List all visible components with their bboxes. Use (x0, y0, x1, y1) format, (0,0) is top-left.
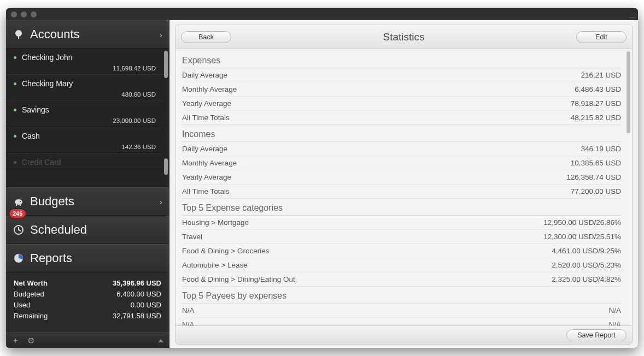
svg-rect-5 (20, 204, 21, 206)
clock-icon (13, 224, 25, 236)
stat-label: N/A (182, 320, 195, 325)
stat-row: Daily Average346.19 USD (182, 142, 621, 156)
add-icon[interactable]: ＋ (11, 335, 20, 346)
back-button-label: Back (198, 33, 214, 41)
stat-row: Food & Dining > Groceries4,461.00 USD/9.… (182, 244, 621, 258)
sidebar-bottombar: ＋ ⚙ (6, 333, 169, 348)
stat-value: 346.19 USD (581, 144, 621, 153)
scheduled-header-label: Scheduled (30, 223, 87, 237)
tray-up-icon[interactable] (158, 339, 163, 342)
zoom-icon[interactable] (31, 11, 37, 17)
budgeted-value: 6,400.00 USD (116, 289, 161, 300)
account-name: Checking Mary (22, 79, 73, 88)
svg-rect-1 (18, 35, 19, 39)
stat-value: 77,200.00 USD (571, 187, 621, 196)
status-dot-icon (14, 161, 16, 164)
stat-label: Travel (182, 232, 202, 241)
titlebar (6, 8, 638, 20)
sidebar-header-reports[interactable]: Reports (6, 244, 169, 272)
stat-label: Housing > Mortgage (182, 218, 249, 227)
sidebar: Accounts › Checking John 11,698.42 USD C… (6, 20, 169, 348)
stat-value: 48,215.82 USD (571, 113, 621, 122)
expenses-title: Expenses (182, 52, 621, 68)
account-item[interactable]: Credit Card (6, 153, 163, 169)
remaining-label: Remaining (14, 311, 48, 322)
minimize-icon[interactable] (21, 11, 27, 17)
stat-value: 126,358.74 USD (566, 173, 621, 182)
top-expense-categories-group: Top 5 Expense categories Housing > Mortg… (182, 200, 621, 287)
save-report-button[interactable]: Save Report (566, 329, 627, 341)
stat-label: Food & Dining > Dining/Eating Out (182, 275, 295, 284)
pie-chart-icon (13, 252, 25, 264)
accounts-scrollbar[interactable] (164, 51, 168, 185)
sidebar-header-accounts[interactable]: Accounts › (6, 20, 169, 49)
resize-icon[interactable] (628, 10, 636, 18)
stat-row: Daily Average216.21 USD (182, 68, 621, 82)
stat-value: 12,950.00 USD/26.86% (543, 218, 621, 227)
status-dot-icon (14, 109, 16, 111)
page-title: Statistics (175, 31, 632, 43)
account-item[interactable]: Checking Mary 480.60 USD (6, 74, 163, 100)
piggy-icon (13, 195, 25, 207)
svg-rect-4 (16, 204, 17, 206)
accounts-list: Checking John 11,698.42 USD Checking Mar… (6, 49, 169, 187)
stat-label: Daily Average (182, 70, 227, 80)
account-name: Cash (22, 132, 40, 140)
stat-value: 2,325.00 USD/4.82% (552, 275, 621, 284)
stat-row: Monthly Average10,385.65 USD (182, 156, 621, 170)
account-balance: 23,000.00 USD (14, 117, 156, 124)
save-report-label: Save Report (577, 331, 615, 339)
top-expense-categories-title: Top 5 Expense categories (182, 200, 621, 216)
app-window: Accounts › Checking John 11,698.42 USD C… (6, 8, 638, 348)
stat-label: Monthly Average (182, 158, 237, 168)
back-button[interactable]: Back (181, 31, 231, 43)
footer: Save Report (175, 325, 632, 344)
tree-icon (13, 28, 25, 40)
svg-point-2 (15, 199, 22, 205)
stat-row: N/AN/A (182, 304, 621, 318)
stat-value: 2,520.00 USD/5.23% (552, 260, 621, 270)
reports-header-label: Reports (30, 251, 72, 265)
edit-button-label: Edit (595, 33, 607, 41)
summary-panel: Net Worth 35,396.96 USD Budgeted 6,400.0… (6, 272, 169, 333)
stat-value: 12,300.00 USD/25.51% (543, 232, 621, 241)
remaining-value: 32,791.58 USD (113, 311, 161, 322)
account-name: Savings (22, 105, 49, 114)
stat-label: N/A (182, 306, 195, 315)
used-value: 0.00 USD (131, 300, 161, 311)
gear-icon[interactable]: ⚙ (27, 336, 34, 346)
scheduled-badge: 246 (9, 209, 26, 218)
sidebar-header-budgets[interactable]: Budgets › (6, 187, 169, 216)
account-balance: 142.36 USD (14, 144, 156, 150)
account-balance: 11,698.42 USD (14, 65, 156, 72)
stat-row: Yearly Average126,358.74 USD (182, 170, 621, 185)
stat-value: N/A (608, 306, 621, 315)
account-item[interactable]: Checking John 11,698.42 USD (6, 49, 163, 74)
incomes-group: Incomes Daily Average346.19 USD Monthly … (182, 126, 621, 199)
budgeted-label: Budgeted (14, 289, 44, 300)
status-dot-icon (14, 135, 16, 138)
stat-label: Yearly Average (182, 99, 231, 108)
stat-row: All Time Totals77,200.00 USD (182, 185, 621, 199)
top-payees-group: Top 5 Payees by expenses N/AN/A N/AN/A (182, 288, 621, 325)
incomes-title: Incomes (182, 126, 621, 142)
chevron-right-icon: › (160, 30, 162, 39)
stat-row: Food & Dining > Dining/Eating Out2,325.0… (182, 272, 621, 287)
stat-label: Automobile > Lease (182, 260, 248, 270)
net-worth-value: 35,396.96 USD (113, 278, 161, 289)
stat-label: Monthly Average (182, 85, 237, 94)
content-scrollbar[interactable] (627, 51, 630, 133)
account-name: Credit Card (22, 158, 61, 167)
sidebar-header-scheduled[interactable]: Scheduled (6, 216, 169, 244)
close-icon[interactable] (11, 11, 17, 17)
stat-row: Travel12,300.00 USD/25.51% (182, 230, 621, 244)
stat-row: N/AN/A (182, 318, 621, 325)
stat-label: All Time Totals (182, 187, 230, 196)
used-label: Used (14, 300, 30, 311)
stat-value: 78,918.27 USD (571, 99, 621, 108)
accounts-header-label: Accounts (30, 27, 80, 41)
account-item[interactable]: Savings 23,000.00 USD (6, 100, 163, 127)
edit-button[interactable]: Edit (576, 31, 627, 43)
toolbar: Back Statistics Edit (175, 25, 632, 49)
account-item[interactable]: Cash 142.36 USD (6, 127, 163, 153)
